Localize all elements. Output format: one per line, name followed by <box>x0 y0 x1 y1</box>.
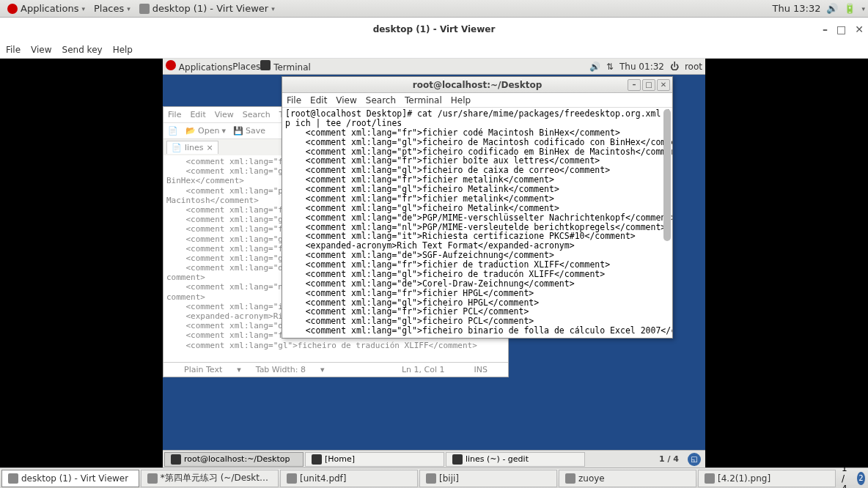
taskbar-button[interactable]: *第四单元练习 (~/Deskto... <box>141 470 279 487</box>
status-language[interactable]: Plain Text <box>169 365 237 374</box>
menu-view[interactable]: View <box>31 45 51 55</box>
app-icon <box>426 473 436 484</box>
taskbar-button[interactable]: zuoye <box>559 470 696 487</box>
menu-file[interactable]: File <box>287 95 301 106</box>
save-button[interactable]: 💾 Save <box>233 126 265 136</box>
taskbar-button[interactable]: [unit4.pdf] <box>280 470 418 487</box>
chevron-down-icon: ▾ <box>861 5 865 12</box>
status-tabwidth[interactable]: Tab Width: 8 <box>241 365 320 374</box>
app-icon <box>8 473 18 484</box>
label: Places <box>94 3 124 14</box>
workspace-indicator[interactable]: 1 / 4 <box>653 454 685 464</box>
virt-viewer-menubar: File View Send key Help <box>0 41 868 59</box>
host-bottom-panel: desktop (1) - Virt Viewer*第四单元练习 (~/Desk… <box>0 467 868 488</box>
terminal-output[interactable]: [root@localhost Desktop]# cat /usr/share… <box>282 108 672 338</box>
menu-terminal[interactable]: Terminal <box>405 95 442 106</box>
app-icon <box>287 473 297 484</box>
volume-icon[interactable]: 🔊 <box>589 62 600 72</box>
redhat-icon <box>166 60 176 70</box>
gedit-statusbar: Plain Text ▾ Tab Width: 8 ▾ Ln 1, Col 1 … <box>163 362 508 377</box>
workspace-switcher[interactable]: ◱ <box>688 453 701 466</box>
taskbar-label: root@localhost:~/Desktop <box>184 454 290 464</box>
window-title: root@localhost:~/Desktop <box>413 80 542 90</box>
taskbar-button[interactable]: lines (~) - gedit <box>446 452 585 467</box>
open-button[interactable]: 📂 Open ▾ <box>185 126 226 136</box>
guest-user[interactable]: root <box>685 62 702 72</box>
network-icon[interactable]: ⇅ <box>606 62 614 72</box>
virt-viewer-titlebar[interactable]: desktop (1) - Virt Viewer – □ ✕ <box>0 18 868 41</box>
close-button[interactable]: ✕ <box>855 23 864 35</box>
chevron-down-icon: ▾ <box>81 5 85 12</box>
taskbar-button[interactable]: [biji] <box>419 470 557 487</box>
battery-icon[interactable]: 🔋 <box>844 3 856 14</box>
taskbar-label: zuoye <box>578 473 605 484</box>
terminal-icon <box>260 60 271 70</box>
status-cursor: Ln 1, Col 1 <box>387 365 460 374</box>
menu-search[interactable]: Search <box>366 95 396 106</box>
app-icon <box>312 454 322 465</box>
power-icon[interactable]: ⏻ <box>670 62 679 72</box>
menu-help[interactable]: Help <box>451 95 471 106</box>
taskbar-button[interactable]: [Home] <box>305 452 444 467</box>
gedit-tab-lines[interactable]: 📄 lines × <box>166 141 218 154</box>
maximize-button[interactable]: □ <box>642 79 655 91</box>
chevron-down-icon: ▾ <box>127 5 130 12</box>
chevron-down-icon: ▾ <box>271 5 275 12</box>
guest-clock[interactable]: Thu 01:32 <box>619 62 664 72</box>
host-active-app-menu[interactable]: desktop (1) - Virt Viewer ▾ <box>135 0 279 18</box>
taskbar-button[interactable]: desktop (1) - Virt Viewer <box>1 470 139 487</box>
taskbar-button[interactable]: [4.2(1).png] <box>698 470 836 487</box>
guest-top-panel: Applications Places Terminal 🔊 ⇅ Thu 01:… <box>163 59 705 75</box>
minimize-button[interactable]: – <box>823 23 828 35</box>
guest-bottom-panel: root@localhost:~/Desktop[Home]lines (~) … <box>163 450 705 467</box>
label: Terminal <box>273 62 311 73</box>
host-places-menu[interactable]: Places ▾ <box>89 0 135 18</box>
menu-edit[interactable]: Edit <box>310 95 327 106</box>
guest-applications-menu[interactable]: Applications <box>166 60 232 73</box>
status-insertmode[interactable]: INS <box>460 365 502 374</box>
virt-viewer-icon <box>139 4 150 14</box>
volume-icon[interactable]: 🔊 <box>826 3 838 14</box>
menu-help[interactable]: Help <box>113 45 133 55</box>
taskbar-label: [unit4.pdf] <box>300 473 347 484</box>
terminal-titlebar[interactable]: root@localhost:~/Desktop – □ ✕ <box>282 77 672 93</box>
app-icon <box>565 473 575 484</box>
tab-label: lines <box>185 143 204 152</box>
scrollbar-thumb[interactable] <box>663 109 671 241</box>
taskbar-button[interactable]: root@localhost:~/Desktop <box>164 452 304 467</box>
taskbar-label: [4.2(1).png] <box>718 473 770 484</box>
host-clock[interactable]: Thu 13:32 <box>772 3 820 14</box>
window-title: desktop (1) - Virt Viewer <box>373 24 496 34</box>
workspace-switcher[interactable]: 2 <box>857 472 864 485</box>
menu-view[interactable]: View <box>215 110 234 119</box>
app-icon <box>171 454 181 465</box>
menu-file[interactable]: File <box>168 110 181 119</box>
host-applications-menu[interactable]: Applications ▾ <box>3 0 89 18</box>
maximize-button[interactable]: □ <box>836 23 846 35</box>
terminal-menubar: File Edit View Search Terminal Help <box>282 93 672 108</box>
taskbar-label: [Home] <box>325 454 355 464</box>
guest-places-menu[interactable]: Places <box>232 62 260 72</box>
guest-desktop[interactable]: Applications Places Terminal 🔊 ⇅ Thu 01:… <box>163 59 705 467</box>
close-button[interactable]: ✕ <box>657 79 670 91</box>
menu-sendkey[interactable]: Send key <box>62 45 103 55</box>
taskbar-label: desktop (1) - Virt Viewer <box>21 473 128 484</box>
terminal-window[interactable]: root@localhost:~/Desktop – □ ✕ File Edit… <box>282 76 673 339</box>
taskbar-label: *第四单元练习 (~/Deskto... <box>161 472 272 484</box>
new-button[interactable]: 📄 <box>168 126 178 136</box>
close-icon[interactable]: × <box>207 143 213 152</box>
menu-search[interactable]: Search <box>243 110 271 119</box>
workspace-indicator[interactable]: 1 / 4 <box>842 463 853 489</box>
taskbar-label: [biji] <box>439 473 459 484</box>
menu-file[interactable]: File <box>6 45 21 55</box>
menu-view[interactable]: View <box>336 95 356 106</box>
taskbar-label: lines (~) - gedit <box>466 454 529 464</box>
minimize-button[interactable]: – <box>628 79 641 91</box>
app-icon <box>705 473 715 484</box>
redhat-icon <box>7 4 18 14</box>
label: desktop (1) - Virt Viewer <box>152 3 268 14</box>
guest-terminal-app[interactable]: Terminal <box>260 60 311 73</box>
menu-edit[interactable]: Edit <box>190 110 205 119</box>
label: Applications <box>179 62 232 73</box>
label: Applications <box>21 3 78 14</box>
